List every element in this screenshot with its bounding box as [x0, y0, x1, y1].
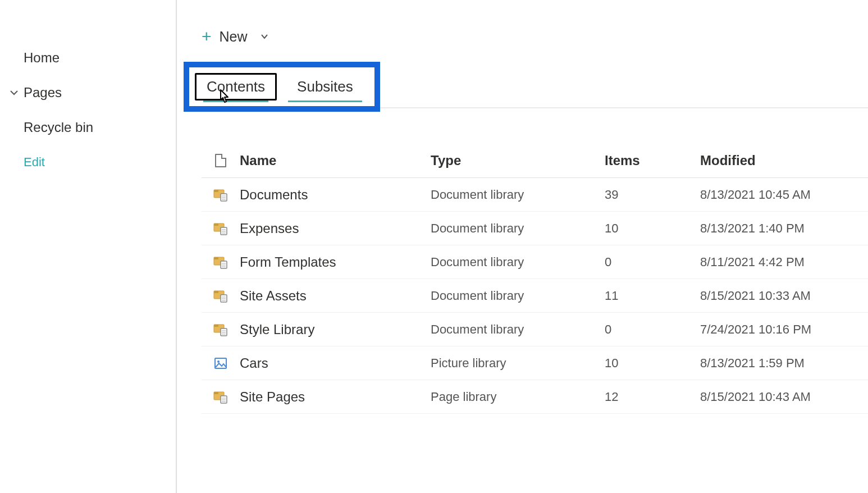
tabs-highlight-annotation: Contents Subsites [184, 62, 380, 112]
row-icon [202, 357, 240, 370]
row-items: 12 [605, 390, 700, 404]
row-modified: 8/13/2021 1:59 PM [700, 356, 868, 371]
row-modified: 8/15/2021 10:43 AM [700, 390, 868, 404]
table-row[interactable]: Form TemplatesDocument library08/11/2021… [202, 245, 868, 279]
file-icon [215, 154, 226, 167]
plus-icon: + [202, 28, 212, 45]
chevron-down-icon [260, 32, 269, 41]
row-items: 0 [605, 322, 700, 337]
table-row[interactable]: Site AssetsDocument library118/15/2021 1… [202, 279, 868, 313]
svg-rect-25 [214, 325, 218, 327]
active-underline [288, 101, 362, 102]
svg-point-31 [217, 360, 220, 363]
row-modified: 8/11/2021 4:42 PM [700, 255, 868, 270]
nav-label: Pages [24, 85, 62, 101]
row-icon [202, 323, 240, 336]
row-name[interactable]: Documents [240, 187, 431, 203]
row-items: 10 [605, 221, 700, 236]
row-modified: 8/13/2021 1:40 PM [700, 221, 868, 236]
svg-rect-19 [214, 291, 218, 293]
row-items: 11 [605, 289, 700, 303]
row-name[interactable]: Expenses [240, 221, 431, 236]
table-row[interactable]: CarsPicture library108/13/2021 1:59 PM [202, 346, 868, 380]
row-type: Document library [431, 188, 605, 202]
row-items: 0 [605, 255, 700, 270]
table-row[interactable]: DocumentsDocument library398/13/2021 10:… [202, 178, 868, 212]
row-name[interactable]: Form Templates [240, 254, 431, 270]
sidebar-item-home[interactable]: Home [0, 40, 176, 75]
new-label: New [220, 29, 248, 45]
nav-label: Recycle bin [24, 120, 93, 135]
chevron-down-icon [4, 87, 24, 98]
row-icon [202, 222, 240, 235]
row-type: Document library [431, 289, 605, 303]
table-row[interactable]: Style LibraryDocument library07/24/2021 … [202, 313, 868, 346]
edit-label: Edit [24, 155, 45, 169]
row-icon [202, 289, 240, 303]
tab-subsites[interactable]: Subsites [287, 75, 363, 99]
row-items: 39 [605, 188, 700, 202]
table-row[interactable]: Site PagesPage library128/15/2021 10:43 … [202, 380, 868, 414]
row-type: Page library [431, 390, 605, 404]
sidebar-item-recycle-bin[interactable]: Recycle bin [0, 110, 176, 145]
row-icon [202, 255, 240, 269]
header-type[interactable]: Type [431, 153, 605, 168]
table-header-row: Name Type Items Modified [202, 143, 868, 178]
row-name[interactable]: Style Library [240, 322, 431, 337]
table-row[interactable]: ExpensesDocument library108/13/2021 1:40… [202, 212, 868, 245]
row-type: Document library [431, 255, 605, 270]
tab-label: Contents [207, 78, 265, 95]
main-content: + New Contents Subsites [177, 0, 868, 493]
row-modified: 8/13/2021 10:45 AM [700, 188, 868, 202]
sidebar-edit-link[interactable]: Edit [0, 155, 176, 170]
row-type: Document library [431, 322, 605, 337]
row-modified: 7/24/2021 10:16 PM [700, 322, 868, 337]
svg-rect-13 [214, 257, 218, 259]
active-underline [203, 101, 268, 102]
sidebar: Home Pages Recycle bin Edit [0, 0, 177, 493]
contents-table: Name Type Items Modified DocumentsDocume… [202, 143, 868, 414]
row-name[interactable]: Site Pages [240, 389, 431, 405]
tab-contents[interactable]: Contents [195, 73, 277, 101]
row-modified: 8/15/2021 10:33 AM [700, 289, 868, 303]
row-name[interactable]: Site Assets [240, 288, 431, 304]
new-button[interactable]: + New [202, 28, 269, 45]
header-name[interactable]: Name [240, 153, 431, 168]
row-type: Picture library [431, 356, 605, 371]
nav-label: Home [24, 50, 60, 66]
row-name[interactable]: Cars [240, 355, 431, 371]
svg-rect-30 [215, 358, 226, 368]
row-icon [202, 188, 240, 202]
svg-rect-33 [214, 392, 218, 394]
sidebar-item-pages[interactable]: Pages [0, 75, 176, 110]
header-items[interactable]: Items [605, 153, 700, 168]
row-items: 10 [605, 356, 700, 371]
tab-label: Subsites [297, 78, 353, 95]
svg-rect-1 [214, 190, 218, 192]
row-icon [202, 390, 240, 404]
header-icon-col [202, 154, 240, 167]
header-modified[interactable]: Modified [700, 153, 868, 168]
row-type: Document library [431, 221, 605, 236]
toolbar: + New [177, 11, 868, 62]
svg-rect-7 [214, 223, 218, 226]
